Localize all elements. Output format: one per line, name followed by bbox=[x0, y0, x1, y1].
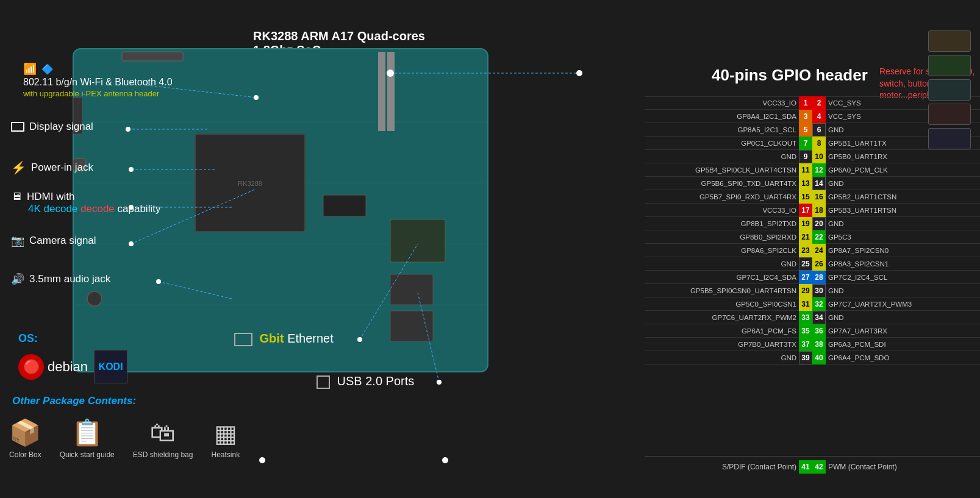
gpio-row: GP5B6_SPI0_TXD_UART4TX1314GND bbox=[645, 177, 980, 190]
gpio-row: GP5B7_SPI0_RXD_UART4RX1516GP5B2_UART1CTS… bbox=[645, 190, 980, 204]
debian-text: debian bbox=[48, 359, 88, 375]
svg-point-32 bbox=[437, 380, 442, 385]
pin-left-label: GP8B0_SPI2RXD bbox=[645, 233, 799, 241]
gpio-row: GP5B4_SPI0CLK_UART4CTSN1112GP6A0_PCM_CLK bbox=[645, 163, 980, 177]
pin-left-label: GP8A5_I2C1_SCL bbox=[645, 126, 799, 133]
pkg-heatsink: ▦ Heatsink bbox=[211, 419, 240, 459]
kodi-logo: KODI bbox=[94, 350, 127, 383]
board-area: RK3288 ARM A17 Quad-cores 1.8Ghz SoC RK3… bbox=[0, 0, 585, 498]
usb-text: USB 2.0 Ports bbox=[337, 374, 415, 388]
gpio-row: VCC33_IO1718GP5B3_UART1RTSN bbox=[645, 204, 980, 217]
pin-num-right: 40 bbox=[812, 351, 826, 365]
svg-rect-5 bbox=[378, 52, 385, 131]
gpio-row: GP8B1_SPI2TXD1920GND bbox=[645, 217, 980, 230]
pin-right-label: GND bbox=[826, 314, 980, 321]
pin-num-left: 15 bbox=[799, 190, 812, 204]
heatsink-icon: ▦ bbox=[214, 419, 237, 447]
pkg-quick-start-label: Quick start guide bbox=[60, 450, 115, 459]
kodi-text: KODI bbox=[99, 361, 123, 372]
display-icon bbox=[11, 122, 24, 132]
main-container: RK3288 ARM A17 Quad-cores 1.8Ghz SoC RK3… bbox=[0, 0, 980, 498]
product-img-1 bbox=[928, 30, 971, 52]
pin-num-right: 4 bbox=[812, 110, 826, 123]
box-icon: 📦 bbox=[9, 418, 41, 447]
pin-num-right: 2 bbox=[812, 96, 826, 110]
pin-num-right: 10 bbox=[812, 150, 826, 163]
wifi-subtext: with upgradable i-PEX antenna header bbox=[23, 89, 173, 98]
pin-right-label: GP5B2_UART1CTSN bbox=[826, 193, 980, 201]
gbit-bold: Gbit bbox=[260, 332, 284, 345]
pin-num-right: 18 bbox=[812, 204, 826, 217]
gpio-row: GP6A1_PCM_FS3536GP7A7_UART3RX bbox=[645, 324, 980, 338]
gbit-rest: Ethernet bbox=[287, 332, 334, 345]
pin-num-left: 7 bbox=[799, 137, 812, 150]
pin-num-left: 27 bbox=[799, 271, 812, 284]
pin-num-left: 37 bbox=[799, 338, 812, 351]
gpio-row: GP7C1_I2C4_SDA2728GP7C2_I2C4_SCL bbox=[645, 271, 980, 284]
gpio-row: GP5B5_SPI0CSN0_UART4RTSN2930GND bbox=[645, 284, 980, 297]
svg-rect-9 bbox=[390, 274, 433, 305]
pin-left-label: GP8A4_I2C1_SDA bbox=[645, 113, 799, 120]
svg-point-37 bbox=[442, 457, 448, 463]
pin-num-left: 31 bbox=[799, 297, 812, 311]
pin-num-right: 36 bbox=[812, 324, 826, 338]
ethernet-icon bbox=[234, 333, 252, 346]
pin-num-left: 33 bbox=[799, 311, 812, 324]
pin-num-left: 9 bbox=[799, 150, 812, 163]
wifi-text: 802.11 b/g/n Wi-Fi & Bluetooth 4.0 bbox=[23, 77, 173, 88]
display-label: Display signal bbox=[11, 121, 93, 133]
usb-icon bbox=[317, 375, 330, 389]
pin-left-label: GND bbox=[645, 153, 799, 160]
gpio-row: GP5C0_SPI0CSN13132GP7C7_UART2TX_PWM3 bbox=[645, 297, 980, 311]
svg-point-22 bbox=[129, 167, 134, 172]
pin-num-right: 8 bbox=[812, 137, 826, 150]
package-icons: 📦 Color Box 📋 Quick start guide 🛍 ESD sh… bbox=[9, 418, 240, 459]
os-logos: 🔴 debian KODI bbox=[18, 350, 127, 383]
pin-num-right: 20 bbox=[812, 217, 826, 230]
product-images bbox=[925, 30, 974, 149]
pin-right-label: GP8A7_SPI2CSN0 bbox=[826, 247, 980, 254]
pin-num-left: 29 bbox=[799, 284, 812, 297]
pin-left-label: GP0C1_CLKOUT bbox=[645, 140, 799, 147]
pin-num-left: 23 bbox=[799, 244, 812, 257]
svg-rect-7 bbox=[195, 134, 305, 232]
pkg-esd-bag-label: ESD shielding bag bbox=[133, 450, 193, 459]
svg-point-26 bbox=[129, 241, 134, 246]
gpio-row: GP7C6_UART2RX_PWM23334GND bbox=[645, 311, 980, 324]
gpio-header-title: 40-pins GPIO header bbox=[712, 66, 868, 85]
svg-point-18 bbox=[254, 95, 259, 100]
gbit-label: Gbit Ethernet bbox=[234, 332, 334, 346]
svg-rect-10 bbox=[390, 311, 433, 341]
pin-num-right: 24 bbox=[812, 244, 826, 257]
pin-num-left: 1 bbox=[799, 96, 812, 110]
camera-icon: 📷 bbox=[11, 234, 24, 247]
pin-num-left: 21 bbox=[799, 230, 812, 244]
pin-left-label: GP7C6_UART2RX_PWM2 bbox=[645, 314, 799, 321]
svg-point-15 bbox=[87, 291, 102, 306]
pin-left-label: GP5B7_SPI0_RXD_UART4RX bbox=[645, 193, 799, 201]
contact-row: S/PDIF (Contact Point)4142PWM (Contact P… bbox=[645, 456, 980, 474]
pin-num-left: 25 bbox=[799, 257, 812, 271]
pin-right-label: GP8A3_SPI2CSN1 bbox=[826, 260, 980, 268]
product-img-2 bbox=[928, 55, 971, 76]
pin-num-right: 32 bbox=[812, 297, 826, 311]
pin-left-label: GND bbox=[645, 260, 799, 268]
os-title: OS: bbox=[18, 332, 127, 345]
hdmi-icon: 🖥 bbox=[11, 190, 22, 203]
pin-num-right: 26 bbox=[812, 257, 826, 271]
pkg-quick-start: 📋 Quick start guide bbox=[60, 418, 115, 459]
pin-left-label: GP5C0_SPI0CSN1 bbox=[645, 301, 799, 308]
svg-point-30 bbox=[357, 337, 362, 342]
pin-num-right: 12 bbox=[812, 163, 826, 177]
wifi-section: 📶 🔷 802.11 b/g/n Wi-Fi & Bluetooth 4.0 w… bbox=[23, 62, 173, 98]
pin-num-right: 28 bbox=[812, 271, 826, 284]
pin-right-label: GP7C7_UART2TX_PWM3 bbox=[826, 301, 980, 308]
pin-num-left: 11 bbox=[799, 163, 812, 177]
pin-left-label: VCC33_IO bbox=[645, 207, 799, 214]
audio-label: 🔊 3.5mm audio jack bbox=[11, 272, 110, 286]
wifi-icons: 📶 🔷 bbox=[23, 62, 173, 76]
camera-label: 📷 Camera signal bbox=[11, 234, 96, 247]
pin-num-right: 38 bbox=[812, 338, 826, 351]
svg-rect-12 bbox=[390, 219, 445, 262]
pin-left-label: GND bbox=[645, 354, 799, 361]
